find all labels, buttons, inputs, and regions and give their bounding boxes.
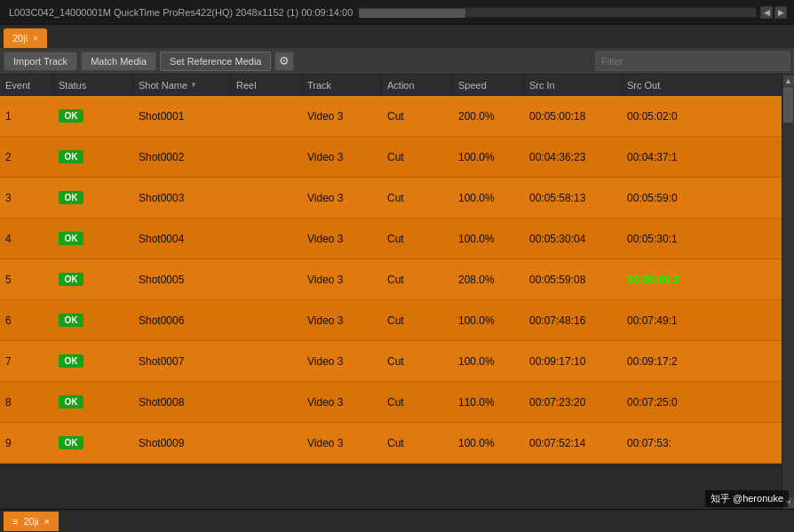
status-badge: OK: [59, 354, 83, 368]
table-row[interactable]: 1OKShot0001Video 3Cut200.0%00:05:00:1800…: [0, 96, 794, 137]
match-media-button[interactable]: Match Media: [81, 52, 156, 71]
cell-speed: 208.0%: [453, 259, 524, 299]
tab-row: 20ji ×: [0, 25, 794, 48]
col-header-shot[interactable]: Shot Name ▼: [133, 75, 231, 95]
table-row[interactable]: 4OKShot0004Video 3Cut100.0%00:05:30:0400…: [0, 218, 794, 259]
cell-srcin: 00:07:52:14: [524, 423, 622, 463]
cell-track: Video 3: [302, 218, 382, 258]
cell-event: 5: [0, 259, 53, 299]
cell-speed: 100.0%: [453, 218, 524, 258]
scroll-down-button[interactable]: ▼: [782, 496, 795, 509]
status-badge: OK: [59, 191, 83, 204]
cell-srcin: 00:05:58:13: [524, 178, 622, 218]
cell-srcout: 00:09:17:2: [622, 341, 794, 381]
table-row[interactable]: 3OKShot0003Video 3Cut100.0%00:05:58:1300…: [0, 178, 794, 218]
table-body: 1OKShot0001Video 3Cut200.0%00:05:00:1800…: [0, 96, 794, 509]
cell-track: Video 3: [302, 137, 382, 177]
table-row[interactable]: 7OKShot0007Video 3Cut100.0%00:09:17:1000…: [0, 341, 794, 382]
nav-next-arrow[interactable]: ▶: [774, 6, 787, 19]
table-row[interactable]: 2OKShot0002Video 3Cut100.0%00:04:36:2300…: [0, 137, 794, 178]
cell-action: Cut: [382, 96, 453, 136]
scroll-up-button[interactable]: ▲: [782, 75, 795, 87]
col-header-srcout: Src Out: [622, 75, 794, 95]
cell-track: Video 3: [302, 178, 382, 218]
cell-reel: [231, 178, 302, 218]
set-reference-media-button[interactable]: Set Reference Media: [160, 52, 271, 71]
cell-event: 6: [0, 300, 53, 340]
cell-srcin: 00:07:48:16: [524, 300, 622, 340]
cell-action: Cut: [382, 137, 453, 177]
cell-shot: Shot0005: [133, 259, 231, 299]
import-track-button[interactable]: Import Track: [4, 52, 77, 71]
media-label: L003C042_14000001M QuickTime ProRes422(H…: [4, 7, 358, 18]
tab-close-button[interactable]: ×: [33, 34, 38, 44]
cell-reel: [231, 300, 302, 340]
toolbar: Import Track Match Media Set Reference M…: [0, 48, 794, 75]
cell-shot: Shot0002: [133, 137, 231, 177]
cell-srcout: 00:06:00:3: [622, 259, 794, 299]
bottom-tab-row: ≡ 20ji ×: [0, 509, 794, 532]
cell-action: Cut: [382, 423, 453, 463]
cell-shot: Shot0009: [133, 423, 231, 463]
cell-event: 8: [0, 382, 53, 422]
cell-track: Video 3: [302, 300, 382, 340]
nav-arrows: ◀ ▶: [757, 6, 790, 19]
cell-shot: Shot0006: [133, 300, 231, 340]
vertical-scrollbar[interactable]: ▲ ▼: [782, 75, 794, 509]
status-badge: OK: [59, 109, 83, 123]
cell-event: 9: [0, 423, 53, 463]
tab-label: 20ji: [12, 33, 28, 44]
col-header-status: Status: [53, 75, 133, 95]
cell-reel: [231, 423, 302, 463]
cell-speed: 100.0%: [453, 341, 524, 381]
table-row[interactable]: 6OKShot0006Video 3Cut100.0%00:07:48:1600…: [0, 300, 794, 341]
scrollbar-thumb[interactable]: [359, 9, 465, 18]
cell-status: OK: [53, 423, 133, 463]
cell-speed: 200.0%: [453, 96, 524, 136]
cell-track: Video 3: [302, 341, 382, 381]
cell-srcin: 00:09:17:10: [524, 341, 622, 381]
cell-status: OK: [53, 137, 133, 177]
cell-status: OK: [53, 96, 133, 136]
cell-shot: Shot0004: [133, 218, 231, 258]
cell-srcout: 00:07:53:: [622, 423, 794, 463]
col-header-action: Action: [382, 75, 453, 95]
bottom-tab-icon: ≡: [12, 516, 18, 527]
status-badge: OK: [59, 436, 83, 449]
cell-reel: [231, 382, 302, 422]
status-badge: OK: [59, 314, 83, 327]
cell-action: Cut: [382, 178, 453, 218]
table-row[interactable]: 9OKShot0009Video 3Cut100.0%00:07:52:1400…: [0, 423, 794, 464]
scroll-thumb[interactable]: [783, 87, 793, 123]
table-header: Event Status Shot Name ▼ Reel Track Acti…: [0, 75, 794, 96]
cell-srcin: 00:05:30:04: [524, 218, 622, 258]
cell-event: 7: [0, 341, 53, 381]
cell-event: 2: [0, 137, 53, 177]
cell-speed: 100.0%: [453, 300, 524, 340]
settings-gear-button[interactable]: ⚙: [274, 52, 294, 71]
table-row[interactable]: 8OKShot0008Video 3Cut110.0%00:07:23:2000…: [0, 382, 794, 423]
bottom-tab-close[interactable]: ×: [44, 516, 50, 527]
bottom-tab[interactable]: ≡ 20ji ×: [4, 512, 59, 531]
cell-srcin: 00:07:23:20: [524, 382, 622, 422]
horizontal-scrollbar[interactable]: [358, 7, 757, 18]
table-row[interactable]: 5OKShot0005Video 3Cut208.0%00:05:59:0800…: [0, 259, 794, 300]
filter-input[interactable]: [595, 52, 790, 71]
cell-shot: Shot0007: [133, 341, 231, 381]
scroll-thumb-area[interactable]: [782, 87, 794, 496]
nav-prev-arrow[interactable]: ◀: [760, 6, 773, 19]
status-badge: OK: [59, 273, 83, 286]
status-badge: OK: [59, 150, 83, 163]
cell-reel: [231, 137, 302, 177]
status-badge: OK: [59, 395, 83, 409]
sort-arrow-icon: ▼: [190, 81, 197, 89]
cell-event: 3: [0, 178, 53, 218]
cell-reel: [231, 341, 302, 381]
col-header-srcin: Src In: [524, 75, 622, 95]
cell-status: OK: [53, 218, 133, 258]
cell-srcin: 00:04:36:23: [524, 137, 622, 177]
cell-action: Cut: [382, 382, 453, 422]
cell-action: Cut: [382, 341, 453, 381]
cell-srcout: 00:05:59:0: [622, 178, 794, 218]
main-tab[interactable]: 20ji ×: [4, 28, 47, 48]
